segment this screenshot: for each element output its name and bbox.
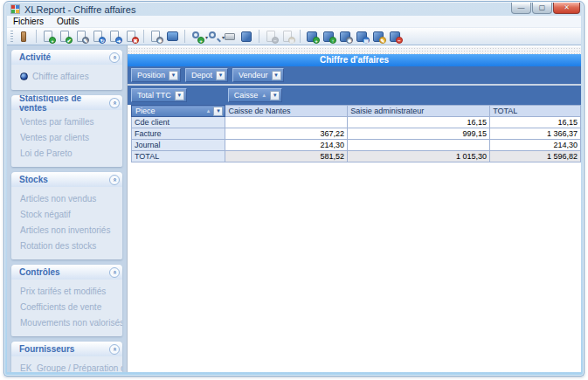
filter-total-ttc-button[interactable]: Total TTC ▼ [131, 88, 187, 102]
dropdown-icon[interactable]: ▼ [272, 71, 281, 80]
cell-value: 16,15 [348, 117, 490, 128]
cell-value: 581,52 [225, 151, 348, 162]
sidebar-item-rotation-stocks[interactable]: Rotation des stocks [11, 238, 122, 254]
sort-asc-icon: ▲ [205, 108, 211, 114]
report-run-icon[interactable] [149, 30, 163, 44]
bookmark-icon[interactable] [17, 30, 31, 44]
filter-caisse-button[interactable]: Caisse ▲ ▼ [228, 88, 282, 102]
clipboard-icon [280, 30, 295, 44]
section-body: Ventes par familles Ventes par clients L… [11, 110, 122, 167]
sidebar-item-ventes-familles[interactable]: Ventes par familles [11, 114, 122, 130]
filter-vendeur-button[interactable]: Vendeur ▼ [232, 68, 284, 82]
cube-settings-icon[interactable] [338, 30, 353, 44]
section-title: Stocks [19, 175, 48, 184]
window-title: XLReport - Chiffre affaires [24, 4, 135, 15]
sidebar-item-articles-non-inventories[interactable]: Articles non inventoriés [11, 223, 122, 238]
panel-grip-strip [128, 47, 581, 54]
page-remove-icon [264, 30, 279, 44]
collapse-icon[interactable]: « [109, 175, 120, 185]
report-panel: Chiffre d'affaires Position ▼ Depot ▼ Ve… [127, 45, 581, 372]
minimize-button[interactable]: — [511, 3, 531, 14]
column-header-total[interactable]: TOTAL [490, 106, 581, 117]
zoom-in-icon[interactable]: ▾ [190, 30, 204, 44]
window-controls: — ▢ ✕ [511, 3, 580, 14]
sidebar: Activité « Chiffre affaires Statistiques… [7, 45, 127, 372]
report-canvas [128, 162, 581, 372]
preview-window-icon[interactable] [165, 30, 180, 44]
dropdown-icon[interactable]: ▼ [169, 71, 178, 80]
section-title: Activité [19, 52, 51, 62]
zoom-select-icon[interactable]: ▾ [206, 30, 221, 44]
collapse-icon[interactable]: « [109, 98, 120, 108]
maximize-button[interactable]: ▢ [532, 3, 552, 14]
filter-row-2: Total TTC ▼ Caisse ▲ ▼ [128, 86, 581, 105]
cube-edit-icon[interactable] [371, 30, 386, 44]
report-edit-icon[interactable] [74, 30, 89, 44]
toolbar-separator [36, 30, 37, 43]
sidebar-item-chiffre-affaires[interactable]: Chiffre affaires [11, 69, 122, 85]
sidebar-section-controles: Contrôles « Prix tarifés et modifiés Coe… [11, 265, 122, 336]
cube-report-icon[interactable] [355, 30, 370, 44]
column-header-saisie-administrateur[interactable]: Saisie administrateur [348, 106, 490, 117]
sidebar-item-loi-pareto[interactable]: Loi de Pareto [11, 146, 122, 162]
toolbar-separator [143, 30, 144, 43]
workbook-export-icon[interactable] [239, 30, 254, 44]
sidebar-item-articles-non-vendus[interactable]: Articles non vendus [11, 191, 122, 207]
report-check-icon[interactable] [58, 30, 73, 44]
report-delete-icon[interactable] [124, 30, 139, 44]
filter-depot-button[interactable]: Depot ▼ [185, 68, 228, 82]
cell-value [225, 117, 348, 128]
title-bar[interactable]: XLReport - Chiffre affaires — ▢ ✕ [4, 2, 584, 16]
section-header-controles: Contrôles « [11, 265, 122, 280]
menu-outils[interactable]: Outils [57, 17, 80, 26]
print-icon[interactable] [223, 30, 238, 44]
report-title: Chiffre d'affaires [128, 54, 581, 66]
cube-add-icon[interactable] [305, 30, 320, 44]
collapse-icon[interactable]: « [109, 267, 120, 278]
sidebar-item-ventes-clients[interactable]: Ventes par clients [11, 130, 122, 146]
table-row-total[interactable]: TOTAL 581,52 1 015,30 1 596,82 [132, 151, 581, 162]
row-label: TOTAL [132, 151, 225, 162]
cell-value: 367,22 [225, 128, 348, 140]
sidebar-section-stocks: Stocks « Articles non vendus Stock négat… [11, 172, 122, 259]
table-row-cde-client[interactable]: Cde client 16,15 16,15 [132, 117, 581, 128]
sidebar-item-coefficients-vente[interactable]: Coefficients de vente [11, 300, 122, 315]
section-body: Articles non vendus Stock négatif Articl… [11, 187, 122, 259]
dropdown-icon[interactable]: ▼ [213, 107, 223, 116]
filter-position-button[interactable]: Position ▼ [131, 68, 181, 82]
cell-value: 214,30 [490, 140, 581, 151]
collapse-icon[interactable]: « [109, 344, 120, 355]
dropdown-icon[interactable]: ▼ [216, 71, 225, 80]
table-row-facture[interactable]: Facture 367,22 999,15 1 366,37 [132, 128, 581, 140]
report-add-icon[interactable] [41, 30, 56, 44]
app-icon [10, 4, 20, 14]
table-row-journal[interactable]: Journal 214,30 214,30 [132, 140, 581, 151]
dropdown-icon[interactable]: ▼ [270, 91, 280, 100]
menu-fichiers[interactable]: Fichiers [13, 17, 44, 26]
section-body: Prix tarifés et modifiés Coefficients de… [11, 280, 122, 336]
section-body: EK_Groupe / Préparation command... [11, 356, 122, 372]
sidebar-section-activite: Activité « Chiffre affaires [11, 50, 122, 90]
row-field-header-piece[interactable]: Piece ▲ ▼ [132, 106, 225, 117]
sidebar-item-stock-negatif[interactable]: Stock négatif [11, 207, 122, 223]
collapse-icon[interactable]: « [109, 52, 120, 63]
close-button[interactable]: ✕ [553, 3, 580, 14]
section-header-activite: Activité « [11, 50, 122, 65]
cube-remove-icon[interactable] [388, 30, 403, 44]
dropdown-icon[interactable]: ▼ [175, 91, 184, 100]
report-refresh-icon[interactable] [91, 30, 106, 44]
section-header-statistiques: Statistiques de ventes « [11, 95, 122, 110]
report-export-icon[interactable] [107, 30, 122, 44]
section-title: Contrôles [19, 267, 60, 277]
sidebar-item-mouvements-non-valorises[interactable]: Mouvements non valorisés [11, 315, 122, 331]
section-title: Fournisseurs [19, 344, 74, 354]
toolbar: ▾ ▾ [7, 28, 581, 45]
sidebar-item-ek-groupe[interactable]: EK_Groupe / Préparation command... [11, 361, 122, 372]
toolbar-separator [259, 30, 259, 43]
row-label: Journal [132, 140, 225, 151]
column-header-caisse-nantes[interactable]: Caisse de Nantes [225, 106, 348, 117]
client-area: Fichiers Outils ▾ ▾ [7, 16, 581, 372]
cell-value: 1 015,30 [348, 151, 490, 162]
cube-upload-icon[interactable] [322, 30, 336, 44]
sidebar-item-prix-tarifes[interactable]: Prix tarifés et modifiés [11, 284, 122, 300]
